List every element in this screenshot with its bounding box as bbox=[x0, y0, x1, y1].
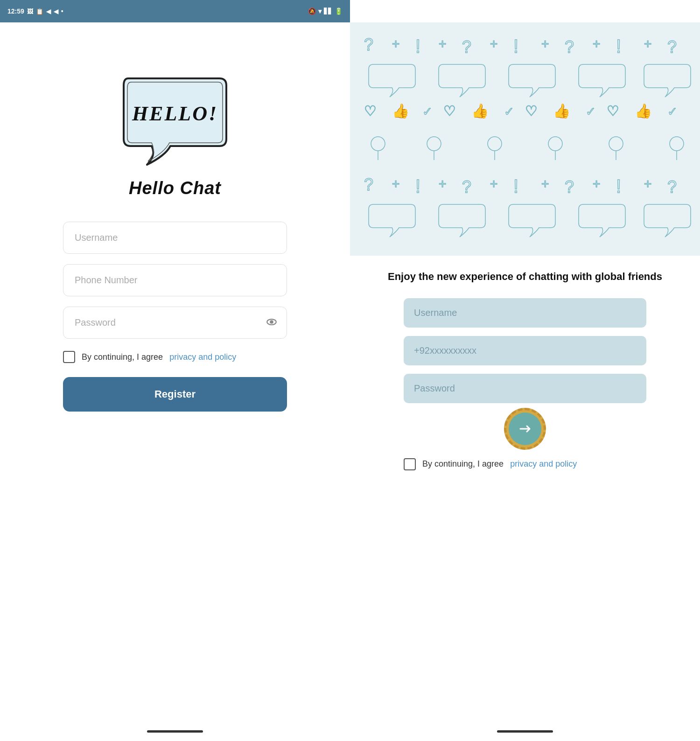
privacy-link-left[interactable]: privacy and policy bbox=[169, 352, 236, 362]
svg-text:+: + bbox=[593, 176, 600, 191]
svg-text:?: ? bbox=[364, 175, 373, 194]
svg-text:✓: ✓ bbox=[422, 105, 433, 119]
svg-text:+: + bbox=[541, 36, 549, 51]
svg-text:!: ! bbox=[616, 176, 621, 196]
arrow-btn-container bbox=[504, 408, 546, 450]
left-form: By continuing, I agree privacy and polic… bbox=[63, 222, 287, 412]
svg-text:+: + bbox=[593, 36, 600, 51]
hello-bubble-logo: HELLO! bbox=[114, 69, 236, 167]
svg-text:♡: ♡ bbox=[443, 103, 456, 119]
svg-text:?: ? bbox=[364, 35, 373, 54]
svg-text:?: ? bbox=[462, 177, 471, 196]
mute-icon: 🔕 bbox=[308, 7, 316, 15]
status-bar-left: 12:59 🖼 📋 ◀ ◀ • bbox=[7, 7, 63, 15]
svg-text:HELLO!: HELLO! bbox=[132, 102, 218, 125]
svg-text:+: + bbox=[392, 176, 399, 191]
status-bar: 12:59 🖼 📋 ◀ ◀ • 🔕 ▾ ▋▋ 🔋 bbox=[0, 0, 350, 22]
right-form bbox=[404, 298, 646, 403]
svg-text:👍: 👍 bbox=[392, 103, 410, 119]
svg-text:!: ! bbox=[513, 36, 518, 56]
phone-input-left[interactable] bbox=[63, 264, 287, 296]
svg-text:♡: ♡ bbox=[607, 103, 619, 119]
dot-icon: • bbox=[61, 7, 63, 15]
svg-text:👍: 👍 bbox=[471, 103, 489, 119]
nav-icon: ◀ bbox=[46, 8, 51, 15]
svg-text:+: + bbox=[541, 176, 549, 191]
svg-text:?: ? bbox=[667, 177, 677, 196]
status-bar-right: 🔕 ▾ ▋▋ 🔋 bbox=[308, 7, 343, 15]
svg-text:✓: ✓ bbox=[586, 105, 596, 119]
nav-indicator-right bbox=[497, 730, 553, 733]
svg-text:✓: ✓ bbox=[504, 105, 514, 119]
pattern-background: ? + ! + ? + ! + ? + ! + ? ♡ bbox=[350, 22, 700, 256]
svg-text:+: + bbox=[392, 36, 399, 51]
svg-text:👍: 👍 bbox=[553, 103, 571, 119]
photo-icon: 🖼 bbox=[27, 8, 33, 15]
svg-text:♡: ♡ bbox=[364, 103, 377, 119]
nav2-icon: ◀ bbox=[54, 8, 58, 15]
submit-arrow-button[interactable] bbox=[504, 408, 546, 450]
note-icon: 📋 bbox=[36, 8, 43, 15]
arrow-inner bbox=[509, 412, 541, 445]
app-title: Hello Chat bbox=[129, 178, 221, 198]
svg-text:♡: ♡ bbox=[525, 103, 538, 119]
nav-indicator-left bbox=[147, 730, 203, 733]
agree-text-right: By continuing, I agree bbox=[422, 459, 504, 469]
agree-row-right: By continuing, I agree privacy and polic… bbox=[404, 458, 646, 470]
time-display: 12:59 bbox=[7, 7, 24, 15]
agree-checkbox-left[interactable] bbox=[63, 351, 75, 363]
svg-text:?: ? bbox=[667, 37, 677, 56]
svg-text:+: + bbox=[439, 176, 446, 191]
phone-input-right[interactable] bbox=[404, 336, 646, 365]
battery-icon: 🔋 bbox=[335, 7, 343, 15]
svg-text:+: + bbox=[490, 36, 497, 51]
right-panel: ? + ! + ? + ! + ? + ! + ? ♡ bbox=[350, 22, 700, 741]
tagline: Enjoy the new experience of chatting wit… bbox=[388, 270, 662, 284]
username-input-right[interactable] bbox=[404, 298, 646, 328]
agree-text-left: By continuing, I agree bbox=[82, 352, 163, 362]
svg-text:+: + bbox=[644, 176, 651, 191]
svg-text:👍: 👍 bbox=[635, 103, 652, 119]
privacy-link-right[interactable]: privacy and policy bbox=[510, 459, 577, 469]
password-toggle-icon[interactable] bbox=[266, 316, 278, 330]
svg-text:?: ? bbox=[462, 37, 471, 56]
register-button[interactable]: Register bbox=[63, 377, 287, 412]
password-input-left[interactable] bbox=[63, 307, 287, 339]
svg-text:?: ? bbox=[565, 37, 574, 56]
svg-text:!: ! bbox=[415, 36, 420, 56]
username-input-left[interactable] bbox=[63, 222, 287, 254]
password-wrapper-left bbox=[63, 307, 287, 339]
svg-text:!: ! bbox=[616, 36, 621, 56]
svg-text:!: ! bbox=[415, 176, 420, 196]
right-content: Enjoy the new experience of chatting wit… bbox=[350, 256, 700, 489]
svg-text:✓: ✓ bbox=[667, 105, 678, 119]
svg-text:?: ? bbox=[565, 177, 574, 196]
svg-text:+: + bbox=[644, 36, 651, 51]
agree-row-left: By continuing, I agree privacy and polic… bbox=[63, 351, 287, 363]
wifi-icon: ▾ bbox=[318, 7, 322, 15]
svg-point-2 bbox=[270, 321, 273, 323]
logo-container: HELLO! bbox=[114, 69, 236, 169]
signal-icon: ▋▋ bbox=[324, 8, 332, 14]
svg-text:+: + bbox=[439, 36, 446, 51]
password-input-right[interactable] bbox=[404, 374, 646, 403]
svg-rect-3 bbox=[350, 22, 700, 256]
svg-text:!: ! bbox=[513, 176, 518, 196]
svg-text:+: + bbox=[490, 176, 497, 191]
agree-checkbox-right[interactable] bbox=[404, 458, 416, 470]
left-panel: HELLO! Hello Chat By continui bbox=[0, 22, 350, 741]
